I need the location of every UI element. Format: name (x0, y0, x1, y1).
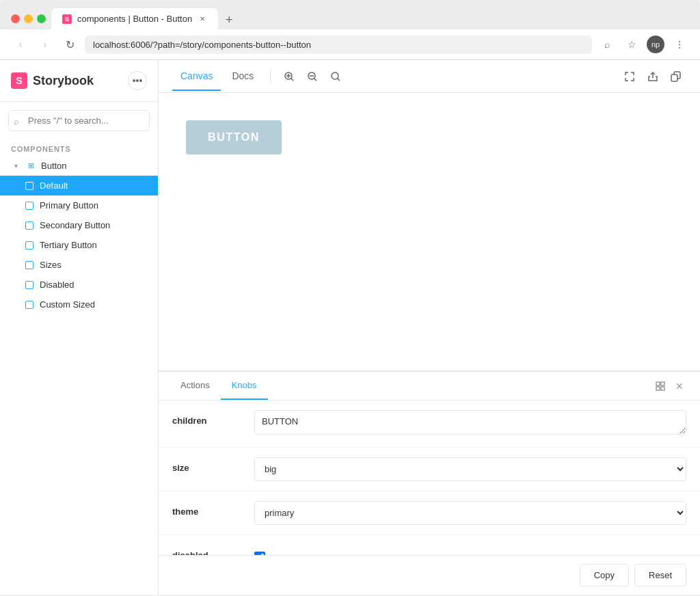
sidebar-item-label: Custom Sized (40, 299, 95, 310)
search-box: ⌕ (8, 110, 150, 131)
svg-rect-12 (661, 382, 664, 385)
size-select[interactable]: big medium small (254, 457, 686, 481)
sidebar-item-custom-sized[interactable]: Custom Sized (0, 295, 158, 314)
knob-label-size: size (172, 457, 254, 473)
sidebar-item-label: Disabled (40, 280, 75, 290)
back-button[interactable]: ‹ (11, 35, 30, 54)
sidebar-group-label: Button (41, 161, 67, 171)
tab-close-button[interactable]: ✕ (198, 14, 207, 24)
storybook-logo-text: Storybook (33, 74, 94, 88)
bookmark-icon[interactable]: ☆ (622, 35, 641, 54)
zoom-out-button[interactable] (302, 66, 323, 87)
nav-icons: ⌕ ☆ np ⋮ (597, 35, 689, 54)
sidebar-logo: S Storybook (11, 72, 94, 89)
sidebar-item-label: Tertiary Button (40, 240, 97, 250)
knob-label-disabled: disabled (172, 545, 254, 555)
sidebar-item-primary-button[interactable]: Primary Button (0, 195, 158, 215)
svg-rect-13 (656, 387, 660, 390)
navigation-bar: ‹ › ↻ ⌕ ☆ np ⋮ (0, 29, 700, 60)
maximize-window-button[interactable] (37, 14, 46, 23)
sidebar-item-label: Primary Button (40, 200, 98, 211)
sidebar-item-tertiary-button[interactable]: Tertiary Button (0, 235, 158, 255)
svg-line-5 (314, 78, 317, 81)
sidebar-item-sizes[interactable]: Sizes (0, 255, 158, 275)
search-icon: ⌕ (14, 116, 19, 126)
knob-control-children: BUTTON (254, 410, 686, 437)
new-tab-button[interactable]: + (219, 10, 239, 29)
story-icon (25, 280, 34, 290)
sidebar-item-secondary-button[interactable]: Secondary Button (0, 215, 158, 235)
sidebar-item-label: Sizes (40, 260, 62, 270)
story-icon (25, 241, 34, 250)
component-icon: ⊞ (26, 161, 36, 171)
svg-rect-14 (661, 387, 664, 390)
knob-control-theme: primary secondary tertiary (254, 501, 686, 525)
forward-button[interactable]: › (36, 35, 55, 54)
zoom-reset-button[interactable] (325, 66, 346, 87)
tab-actions[interactable]: Actions (170, 372, 221, 400)
refresh-button[interactable]: ↻ (60, 35, 79, 54)
profile-avatar[interactable]: np (647, 36, 664, 53)
svg-line-1 (291, 78, 294, 81)
tab-favicon: S (62, 14, 72, 24)
toolbar-divider (270, 70, 271, 83)
knob-row-theme: theme primary secondary tertiary (159, 491, 700, 535)
main-toolbar: Canvas Docs (159, 60, 700, 93)
sidebar-item-disabled[interactable]: Disabled (0, 275, 158, 295)
main-content: Canvas Docs (159, 60, 700, 595)
tab-title: components | Button - Button (77, 14, 192, 24)
reset-button[interactable]: Reset (634, 564, 686, 586)
story-icon (25, 221, 34, 230)
traffic-lights (11, 14, 46, 23)
tab-docs[interactable]: Docs (224, 62, 262, 91)
storybook-logo-icon: S (11, 72, 27, 89)
tab-canvas[interactable]: Canvas (172, 62, 221, 91)
bottom-actions: Copy Reset (159, 555, 700, 595)
knob-row-size: size big medium small (159, 448, 700, 491)
story-icon (25, 260, 34, 270)
grid-view-icon[interactable] (651, 377, 670, 396)
theme-select[interactable]: primary secondary tertiary (254, 501, 686, 525)
copy-link-button[interactable] (666, 66, 686, 87)
sidebar-item-button-group[interactable]: ▾ ⊞ Button (0, 156, 158, 176)
bottom-panel: Actions Knobs ✕ children BUTTON (159, 371, 700, 595)
expand-icon: ▾ (11, 161, 21, 171)
minimize-window-button[interactable] (24, 14, 33, 23)
svg-line-8 (338, 78, 340, 81)
story-icon (25, 181, 34, 191)
knob-row-children: children BUTTON (159, 401, 700, 448)
browser-tab[interactable]: S components | Button - Button ✕ (51, 8, 218, 29)
search-input[interactable] (8, 110, 150, 131)
toolbar-right-icons (619, 66, 686, 87)
sidebar-item-label: Secondary Button (40, 220, 110, 230)
story-icon (25, 300, 34, 310)
close-window-button[interactable] (11, 14, 20, 23)
tab-knobs[interactable]: Knobs (221, 372, 268, 400)
children-input[interactable]: BUTTON (254, 410, 686, 435)
fullscreen-button[interactable] (619, 66, 640, 87)
knob-control-size: big medium small (254, 457, 686, 481)
sidebar-menu-button[interactable]: ••• (128, 71, 147, 90)
knob-row-disabled: disabled (159, 535, 700, 555)
knob-control-disabled (254, 545, 686, 555)
preview-button[interactable]: BUTTON (186, 120, 282, 154)
story-icon (25, 201, 34, 211)
address-bar[interactable] (85, 36, 592, 54)
canvas-area: BUTTON (159, 93, 700, 371)
knobs-panel: children BUTTON size big medium small (159, 401, 700, 555)
knob-label-children: children (172, 410, 254, 426)
bottom-tab-bar: Actions Knobs ✕ (159, 372, 700, 401)
sidebar: S Storybook ••• ⌕ COMPONENTS ▾ ⊞ Button … (0, 60, 159, 595)
menu-icon[interactable]: ⋮ (670, 35, 689, 54)
svg-rect-11 (656, 382, 660, 385)
sidebar-item-default[interactable]: Default (0, 176, 158, 195)
sidebar-header: S Storybook ••• (0, 60, 158, 102)
copy-button[interactable]: Copy (580, 564, 629, 586)
knob-label-theme: theme (172, 501, 254, 517)
share-button[interactable] (643, 66, 663, 87)
zoom-in-button[interactable] (279, 66, 299, 87)
close-panel-icon[interactable]: ✕ (670, 377, 689, 396)
sidebar-section-label: COMPONENTS (0, 139, 158, 156)
sidebar-item-label: Default (40, 180, 68, 191)
search-icon[interactable]: ⌕ (597, 35, 617, 54)
